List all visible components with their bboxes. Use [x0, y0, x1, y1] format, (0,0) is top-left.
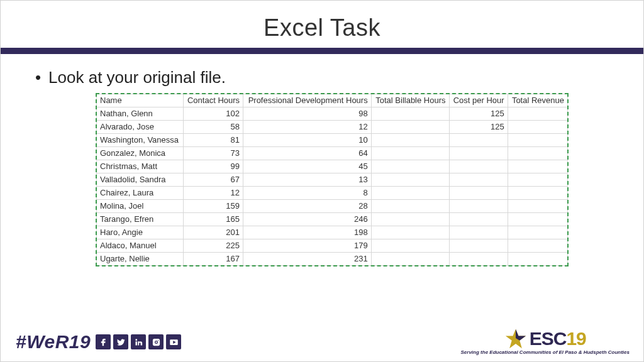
- cell-name: Tarango, Efren: [97, 213, 184, 226]
- cell-pdh: 12: [243, 121, 372, 134]
- cell-name: Valladolid, Sandra: [97, 173, 184, 187]
- cell-tr: [508, 173, 567, 187]
- col-header-contact-hours: Contact Hours: [183, 94, 243, 107]
- cell-pdh: 13: [243, 173, 372, 187]
- cell-contact-hours: 102: [183, 107, 243, 121]
- linkedin-icon: [131, 334, 146, 349]
- facebook-icon: [96, 334, 111, 349]
- col-header-name: Name: [97, 94, 184, 107]
- cell-contact-hours: 81: [183, 134, 243, 147]
- esc-brand-text: ESC: [530, 328, 567, 349]
- cell-tbh: [371, 200, 449, 213]
- cell-cph: [449, 253, 508, 266]
- cell-tr: [508, 160, 567, 173]
- cell-tr: [508, 187, 567, 200]
- cell-pdh: 45: [243, 160, 372, 173]
- col-header-pdh: Professional Development Hours: [243, 94, 372, 107]
- table-row: Christmas, Matt9945: [97, 160, 568, 173]
- spreadsheet-region: Name Contact Hours Professional Developm…: [96, 94, 568, 266]
- esc-tagline: Serving the Educational Communities of E…: [461, 349, 630, 355]
- table-row: Ugarte, Nellie167231: [97, 253, 568, 266]
- table-row: Valladolid, Sandra6713: [97, 173, 568, 187]
- cell-pdh: 179: [243, 239, 372, 253]
- table-row: Haro, Angie201198: [97, 226, 568, 239]
- cell-tr: [508, 107, 567, 121]
- cell-tr: [508, 226, 567, 239]
- cell-tbh: [371, 107, 449, 121]
- cell-cph: [449, 213, 508, 226]
- cell-name: Ugarte, Nellie: [97, 253, 184, 266]
- page-title: Excel Task: [1, 1, 643, 48]
- cell-name: Nathan, Glenn: [97, 107, 184, 121]
- table-row: Alvarado, Jose5812125: [97, 121, 568, 134]
- cell-cph: [449, 187, 508, 200]
- esc19-logo: ESC19 Serving the Educational Communitie…: [461, 328, 630, 355]
- social-icons: [96, 334, 181, 349]
- cell-tbh: [371, 173, 449, 187]
- cell-name: Alvarado, Jose: [97, 121, 184, 134]
- cell-tbh: [371, 226, 449, 239]
- twitter-icon: [113, 334, 128, 349]
- cell-pdh: 8: [243, 187, 372, 200]
- cell-tr: [508, 147, 567, 160]
- cell-contact-hours: 201: [183, 226, 243, 239]
- slide: Excel Task • Look at your original file.…: [0, 0, 644, 362]
- bullet-text: Look at your original file.: [48, 68, 226, 87]
- spreadsheet: Name Contact Hours Professional Developm…: [96, 94, 568, 266]
- cell-cph: [449, 226, 508, 239]
- cell-cph: [449, 200, 508, 213]
- cell-tbh: [371, 121, 449, 134]
- bullet-dot-icon: •: [35, 69, 41, 85]
- cell-contact-hours: 73: [183, 147, 243, 160]
- cell-contact-hours: 12: [183, 187, 243, 200]
- cell-contact-hours: 225: [183, 239, 243, 253]
- cell-name: Haro, Angie: [97, 226, 184, 239]
- cell-cph: [449, 134, 508, 147]
- cell-contact-hours: 159: [183, 200, 243, 213]
- table-row: Washington, Vanessa8110: [97, 134, 568, 147]
- cell-tbh: [371, 213, 449, 226]
- cell-tr: [508, 253, 567, 266]
- table-row: Molina, Joel15928: [97, 200, 568, 213]
- slide-footer: #WeR19: [1, 321, 643, 361]
- cell-pdh: 98: [243, 107, 372, 121]
- cell-tbh: [371, 187, 449, 200]
- star-icon: [504, 328, 527, 349]
- table-row: Gonzalez, Monica7364: [97, 147, 568, 160]
- cell-tbh: [371, 239, 449, 253]
- cell-tr: [508, 134, 567, 147]
- title-divider: [1, 48, 643, 54]
- hashtag-block: #WeR19: [16, 331, 181, 353]
- col-header-total-revenue: Total Revenue: [508, 94, 567, 107]
- cell-name: Washington, Vanessa: [97, 134, 184, 147]
- svg-marker-1: [516, 329, 526, 341]
- cell-contact-hours: 99: [183, 160, 243, 173]
- cell-pdh: 198: [243, 226, 372, 239]
- cell-tbh: [371, 134, 449, 147]
- youtube-icon: [166, 334, 181, 349]
- table-row: Aldaco, Manuel225179: [97, 239, 568, 253]
- cell-contact-hours: 165: [183, 213, 243, 226]
- cell-pdh: 28: [243, 200, 372, 213]
- cell-tr: [508, 121, 567, 134]
- cell-cph: 125: [449, 121, 508, 134]
- cell-pdh: 64: [243, 147, 372, 160]
- cell-cph: [449, 147, 508, 160]
- hashtag-text: #WeR19: [16, 331, 91, 353]
- bullet-item: • Look at your original file.: [35, 68, 643, 87]
- cell-contact-hours: 167: [183, 253, 243, 266]
- cell-name: Chairez, Laura: [97, 187, 184, 200]
- cell-tbh: [371, 160, 449, 173]
- table-row: Tarango, Efren165246: [97, 213, 568, 226]
- cell-cph: [449, 173, 508, 187]
- cell-name: Christmas, Matt: [97, 160, 184, 173]
- cell-tr: [508, 239, 567, 253]
- cell-cph: [449, 160, 508, 173]
- col-header-tbh: Total Billable Hours: [371, 94, 449, 107]
- col-header-cph: Cost per Hour: [449, 94, 508, 107]
- cell-tbh: [371, 147, 449, 160]
- cell-cph: 125: [449, 107, 508, 121]
- cell-tr: [508, 213, 567, 226]
- cell-pdh: 231: [243, 253, 372, 266]
- cell-pdh: 246: [243, 213, 372, 226]
